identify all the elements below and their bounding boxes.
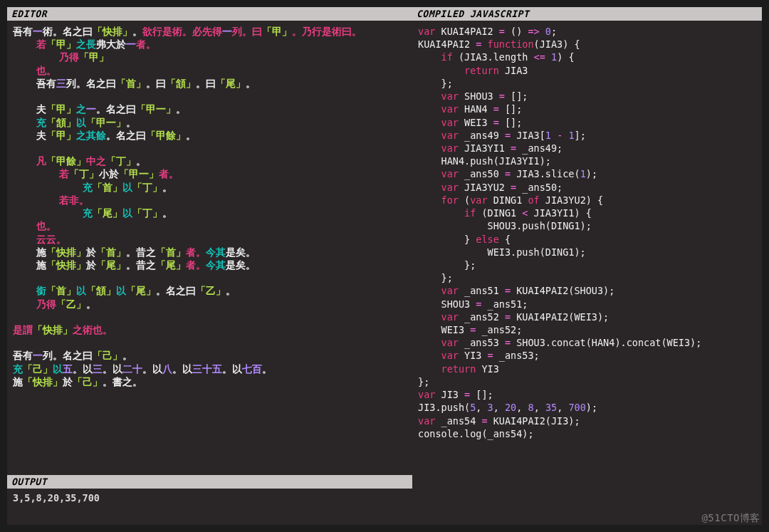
watermark: @51CTO博客 — [701, 512, 760, 525]
output-panel: 3,5,8,20,35,700 — [7, 489, 412, 508]
output-text: 3,5,8,20,35,700 — [13, 491, 407, 504]
editor-panel[interactable]: 吾有一術。名之曰「快排」。欲行是術。必先得一列。曰「甲」。乃行是術曰。 若「甲」… — [7, 21, 412, 475]
editor-header: EDITOR — [7, 7, 412, 21]
compiled-header: COMPILED JAVASCRIPT — [412, 7, 762, 21]
compiled-code: var KUAI4PAI2 = () => 0; KUAI4PAI2 = fun… — [418, 25, 756, 440]
editor-code[interactable]: 吾有一術。名之曰「快排」。欲行是術。必先得一列。曰「甲」。乃行是術曰。 若「甲」… — [13, 25, 407, 388]
output-header: OUTPUT — [7, 475, 412, 489]
compiled-panel: var KUAI4PAI2 = () => 0; KUAI4PAI2 = fun… — [412, 21, 762, 444]
